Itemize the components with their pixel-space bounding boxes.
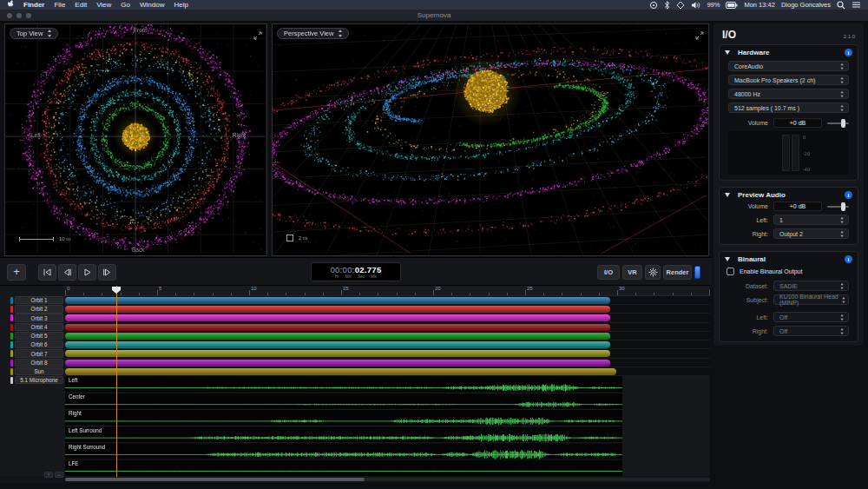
perspective-selector[interactable]: Perspective View	[277, 28, 349, 39]
top-view-selector-label: Top View	[16, 30, 43, 37]
scrollbar-thumb[interactable]	[65, 478, 365, 481]
top-view-selector[interactable]: Top View	[10, 28, 58, 39]
track-name-sun[interactable]: Sun	[15, 367, 63, 375]
render-button[interactable]: Render	[663, 265, 692, 280]
track-bar-orbit-8[interactable]	[65, 360, 610, 367]
track-bar-orbit-2[interactable]	[65, 306, 610, 313]
track-name-orbit-7[interactable]: Orbit 7	[15, 349, 63, 357]
info-icon[interactable]: i	[845, 255, 852, 263]
track-header-row: Orbit 4	[0, 323, 65, 332]
preview-volume-slider[interactable]	[827, 202, 849, 211]
io-button[interactable]: I/O	[597, 265, 620, 280]
subject-select[interactable]: KU100 Binaural Head (MINP)	[773, 294, 849, 305]
add-track-button[interactable]: +	[7, 264, 26, 281]
collapse-triangle-icon[interactable]	[725, 257, 730, 261]
menu-help[interactable]: Help	[174, 1, 187, 9]
ruler-tick	[397, 293, 398, 295]
go-to-start-button[interactable]	[38, 264, 56, 281]
expand-viewport-icon[interactable]	[695, 28, 704, 43]
preview-volume-value[interactable]: +0 dB	[773, 202, 822, 211]
time-machine-icon[interactable]	[649, 1, 658, 10]
track-name-orbit-4[interactable]: Orbit 4	[15, 323, 63, 331]
expand-viewport-icon[interactable]	[253, 28, 262, 43]
binaural-right-select[interactable]: Off	[773, 326, 849, 336]
info-icon[interactable]: i	[845, 191, 852, 199]
track-row	[65, 314, 710, 322]
collapse-triangle-icon[interactable]	[725, 50, 730, 55]
axis-label-back: Back	[132, 247, 144, 253]
bluetooth-icon[interactable]	[664, 1, 670, 10]
track-bar-orbit-6[interactable]	[65, 341, 610, 348]
track-name-5-1-microphone[interactable]: 5.1 Microphone	[15, 376, 63, 384]
transport-bar: + 00:00:02.775 HrMinSecMls I/O VR Render	[0, 257, 712, 286]
subject-label: Subject:	[728, 297, 768, 303]
audio-device-select[interactable]: MacBook Pro Speakers (2 ch)	[728, 75, 849, 85]
step-back-button[interactable]	[58, 264, 76, 281]
control-center-icon[interactable]	[852, 1, 861, 9]
menu-file[interactable]: File	[54, 1, 65, 9]
settings-gear-button[interactable]	[645, 265, 661, 280]
track-header-row: Orbit 6	[0, 340, 65, 349]
hardware-volume-slider[interactable]	[827, 119, 849, 128]
scalebar-square	[286, 235, 293, 241]
track-bar-orbit-7[interactable]	[65, 350, 610, 357]
volume-icon[interactable]	[691, 1, 700, 10]
preview-left-select[interactable]: 1	[773, 215, 849, 225]
track-header-row: Orbit 7	[0, 349, 65, 358]
vertical-zoom-button[interactable]: ↕	[44, 472, 53, 478]
buffer-size-select[interactable]: 512 samples ( 10.7 ms )	[728, 102, 849, 113]
collapse-triangle-icon[interactable]	[725, 193, 730, 197]
binaural-right-label: Right:	[728, 328, 768, 334]
slider-thumb[interactable]	[841, 202, 845, 211]
track-bar-orbit-3[interactable]	[65, 314, 610, 321]
play-button[interactable]	[78, 264, 96, 281]
track-bar-orbit-4[interactable]	[65, 324, 610, 331]
track-name-orbit-6[interactable]: Orbit 6	[15, 340, 63, 348]
step-forward-button[interactable]	[98, 264, 116, 281]
timecode-display[interactable]: 00:00:02.775 HrMinSecMls	[311, 262, 401, 281]
menu-bar-clock[interactable]: Mon 13:42	[744, 1, 774, 9]
track-bar-sun[interactable]	[65, 368, 616, 375]
timeline-ruler[interactable]: 051015202530	[65, 286, 710, 296]
slider-thumb[interactable]	[841, 119, 845, 128]
track-name-orbit-5[interactable]: Orbit 5	[15, 332, 63, 340]
audio-driver-select[interactable]: CoreAudio	[728, 61, 849, 71]
menu-window[interactable]: Window	[140, 1, 164, 9]
selector-stepper-icon	[338, 30, 344, 37]
menu-go[interactable]: Go	[121, 1, 130, 9]
diamond-icon[interactable]	[676, 1, 685, 10]
menu-items: FinderFileEditViewGoWindowHelp	[23, 1, 198, 9]
track-bar-orbit-5[interactable]	[65, 333, 610, 340]
perspective-canvas[interactable]	[273, 24, 708, 255]
apple-icon[interactable]	[8, 0, 15, 10]
preview-right-select[interactable]: Output 2	[773, 228, 849, 239]
ruler-tick	[305, 293, 306, 295]
menu-edit[interactable]: Edit	[75, 1, 87, 9]
track-name-orbit-1[interactable]: Orbit 1	[15, 296, 63, 304]
hardware-volume-value[interactable]: +0 dB	[773, 118, 822, 128]
io-panel-title: I/O	[722, 29, 736, 41]
horizontal-zoom-button[interactable]: ↔	[55, 472, 63, 478]
enable-binaural-checkbox[interactable]	[727, 268, 734, 275]
battery-icon[interactable]	[726, 2, 738, 9]
waveform-canvas[interactable]	[65, 376, 622, 476]
binaural-left-select[interactable]: Off	[773, 312, 849, 322]
ruler-tick	[470, 293, 470, 295]
track-name-orbit-2[interactable]: Orbit 2	[15, 305, 63, 313]
vr-button[interactable]: VR	[622, 265, 642, 280]
track-bar-orbit-1[interactable]	[65, 297, 610, 304]
menu-bar-user[interactable]: Diogo Goncalves	[781, 1, 831, 9]
track-name-orbit-3[interactable]: Orbit 3	[15, 314, 63, 321]
dataset-select[interactable]: SADIE	[773, 281, 849, 291]
spotlight-icon[interactable]	[837, 1, 845, 10]
sample-rate-select[interactable]: 48000 Hz	[728, 89, 849, 99]
horizontal-scrollbar[interactable]	[65, 478, 710, 481]
track-name-orbit-8[interactable]: Orbit 8	[15, 359, 63, 367]
menu-view[interactable]: View	[96, 1, 111, 9]
top-view-canvas[interactable]	[5, 24, 266, 255]
timecode-seconds: 02.775	[355, 265, 382, 274]
info-icon[interactable]: i	[845, 49, 852, 56]
playhead[interactable]	[116, 286, 117, 477]
binaural-section: Binaural i Enable Binaural Output Datase…	[719, 251, 858, 342]
menu-finder[interactable]: Finder	[23, 1, 44, 9]
